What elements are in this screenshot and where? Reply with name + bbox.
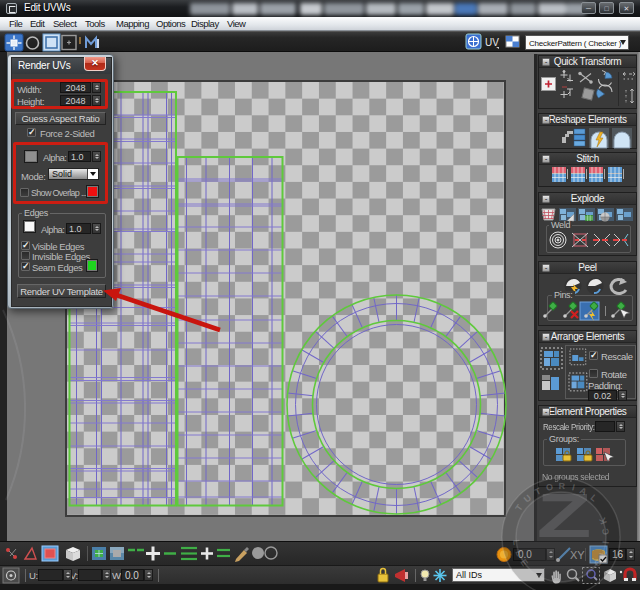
svg-text:XY: XY xyxy=(570,549,585,561)
svg-text:UV: UV xyxy=(485,37,499,48)
